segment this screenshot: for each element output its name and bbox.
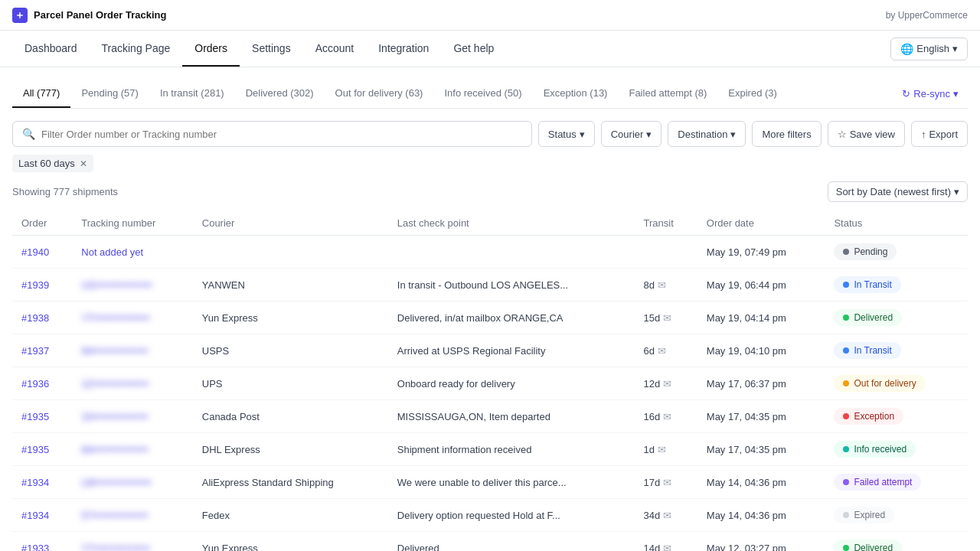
star-icon: ☆ [838,129,847,140]
sort-chevron-icon: ▾ [954,186,959,197]
tracking-link[interactable]: 1Z•••••••••••••••• [81,378,149,390]
status-dot [843,282,849,288]
nav-item-dashboard[interactable]: Dashboard [12,31,90,67]
showing-row: Showing 777 shipments Sort by Date (newe… [12,181,968,202]
status-label: Pending [854,246,887,257]
cell-transit: 12d✉ [635,367,697,400]
order-link[interactable]: #1934 [21,510,49,521]
tracking-link[interactable]: 94•••••••••••••••• [81,345,148,357]
order-link[interactable]: #1936 [21,378,49,390]
cell-order-date: May 12, 03:27 pm [697,532,825,552]
col-transit: Transit [635,211,697,236]
cell-checkpoint: Delivered [388,532,635,552]
order-link[interactable]: #1937 [21,345,49,357]
cell-transit: 16d✉ [635,400,697,433]
transit-days: 1d [644,444,655,455]
col-tracking: Tracking number [72,211,193,236]
order-link[interactable]: #1940 [21,246,49,258]
cell-tracking: 94•••••••••••••••• [72,334,193,367]
cell-transit: 8d✉ [635,269,697,302]
tab-info-received[interactable]: Info received (50) [433,80,532,108]
filters-row: 🔍 Status ▾ Courier ▾ Destination ▾ More … [12,121,968,147]
cell-checkpoint: Onboard ready for delivery [388,367,635,400]
status-filter-button[interactable]: Status ▾ [538,121,595,147]
tracking-link[interactable]: YT•••••••••••••••• [81,312,149,324]
cell-courier [193,236,388,269]
status-dot [843,413,849,419]
order-link[interactable]: #1935 [21,411,49,422]
col-order-date: Order date [697,211,825,236]
cell-courier: DHL Express [193,433,388,466]
col-checkpoint: Last check point [388,211,635,236]
search-input[interactable] [41,129,522,140]
tracking-link[interactable]: 84•••••••••••••••• [81,444,148,455]
order-link[interactable]: #1935 [21,444,49,455]
tab-out-delivery[interactable]: Out for delivery (63) [325,80,434,108]
transit-cell: 14d✉ [644,543,688,552]
cell-order: #1936 [12,367,72,400]
nav-item-integration[interactable]: Integration [366,31,441,67]
date-filter-remove-button[interactable]: ✕ [80,158,87,169]
tab-delivered[interactable]: Delivered (302) [235,80,325,108]
cell-status: Expired [825,499,968,532]
sort-select[interactable]: Sort by Date (newest first) ▾ [828,181,968,202]
tab-pending[interactable]: Pending (57) [70,80,149,108]
status-label: Failed attempt [854,477,912,487]
cell-tracking: 10•••••••••••••••• [72,400,193,433]
tab-failed-attempt[interactable]: Failed attempt (8) [618,80,717,108]
status-filter-chevron-icon: ▾ [580,129,585,140]
order-link[interactable]: #1938 [21,312,49,324]
cell-order-date: May 17, 04:35 pm [697,433,825,466]
tracking-number: YT•••••••••••••••• [81,312,149,324]
tab-exception[interactable]: Exception (13) [533,80,619,108]
nav-item-tracking-page[interactable]: Tracking Page [90,31,183,67]
nav-item-account[interactable]: Account [303,31,367,67]
cell-tracking: LW•••••••••••••••• [72,466,193,499]
date-filter-tag: Last 60 days ✕ [12,155,93,172]
mail-icon: ✉ [658,345,666,357]
search-icon: 🔍 [22,128,35,140]
col-courier: Courier [193,211,388,236]
order-link[interactable]: #1934 [21,477,49,488]
tracking-link[interactable]: 57•••••••••••••••• [81,510,148,521]
status-dot [843,315,849,321]
transit-days: 16d [644,411,661,422]
tracking-link[interactable]: 10•••••••••••••••• [81,411,148,422]
status-dot [843,347,849,354]
status-dot [843,479,849,485]
more-filters-button[interactable]: More filters [752,121,821,147]
more-filters-label: More filters [762,129,811,140]
destination-filter-button[interactable]: Destination ▾ [668,121,746,147]
tab-in-transit[interactable]: In transit (281) [149,80,235,108]
mail-icon: ✉ [663,378,671,390]
export-button[interactable]: ↑ Export [911,121,968,147]
cell-checkpoint: Shipment information received [388,433,635,466]
status-filter-label: Status [548,129,577,140]
tracking-link[interactable]: Not added yet [81,246,143,258]
tab-all[interactable]: All (777) [12,80,70,108]
nav-item-settings[interactable]: Settings [240,31,303,67]
cell-tracking: Not added yet [72,236,193,269]
courier-filter-chevron-icon: ▾ [646,129,652,140]
save-view-button[interactable]: ☆ Save view [828,121,905,147]
tracking-link[interactable]: UG•••••••••••••••• [81,279,152,291]
cell-checkpoint: MISSISSAUGA,ON, Item departed [388,400,635,433]
tracking-link[interactable]: YT•••••••••••••••• [81,543,149,552]
courier-filter-button[interactable]: Courier ▾ [601,121,662,147]
order-link[interactable]: #1933 [21,543,49,552]
language-button[interactable]: 🌐 English ▾ [890,37,968,60]
nav-item-orders[interactable]: Orders [182,31,240,67]
status-badge: Out for delivery [834,375,925,392]
resync-button[interactable]: ↻ Re-sync ▾ [893,83,968,104]
search-box[interactable]: 🔍 [12,121,532,147]
cell-tracking: UG•••••••••••••••• [72,269,193,302]
status-badge: Delivered [834,309,902,326]
tab-expired[interactable]: Expired (3) [717,80,788,108]
cell-status: Info received [825,433,968,466]
cell-order-date: May 19, 06:44 pm [697,269,825,302]
nav-item-get-help[interactable]: Get help [441,31,506,67]
resync-chevron-icon: ▾ [953,88,959,99]
order-link[interactable]: #1939 [21,279,49,291]
tracking-number: 10•••••••••••••••• [81,411,148,422]
tracking-link[interactable]: LW•••••••••••••••• [81,477,151,488]
